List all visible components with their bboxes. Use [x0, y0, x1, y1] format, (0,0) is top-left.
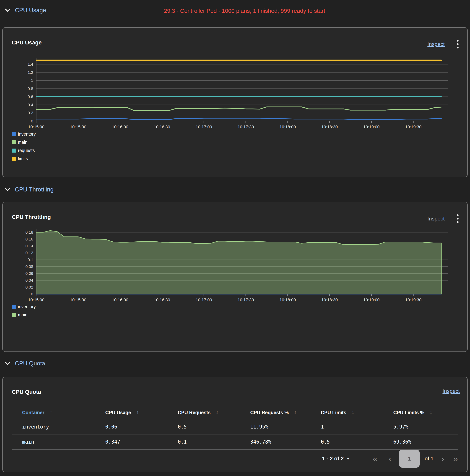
svg-text:1: 1 [31, 78, 33, 83]
svg-text:10:19:00: 10:19:00 [363, 298, 380, 302]
column-header-cpu-usage[interactable]: CPU Usage↕ [105, 409, 178, 416]
chevron-down-icon [5, 188, 10, 191]
legend-label: limits [18, 156, 28, 161]
sort-icon: ↕ [294, 409, 296, 416]
column-header-cpu-requests-[interactable]: CPU Requests %↕ [250, 409, 321, 416]
sort-icon: ↕ [430, 409, 433, 416]
prev-page-button[interactable]: ‹ [387, 454, 393, 463]
legend-item-inventory[interactable]: inventory [12, 132, 36, 137]
svg-text:1.4: 1.4 [28, 62, 33, 66]
cpu-throttling-legend: inventorymain [12, 304, 36, 318]
section-header-cpu-quota[interactable]: CPU Quota [5, 360, 45, 367]
svg-text:1.2: 1.2 [28, 70, 33, 75]
column-header-cpu-limits[interactable]: CPU Limits↕ [321, 409, 393, 416]
svg-text:0.18: 0.18 [25, 230, 33, 234]
column-header-label: CPU Usage [105, 410, 131, 415]
svg-text:0.08: 0.08 [25, 264, 33, 269]
section-header-cpu-usage[interactable]: CPU Usage [5, 7, 46, 14]
sort-ascending-icon: ↑ [50, 409, 52, 416]
svg-text:10:16:00: 10:16:00 [112, 124, 128, 129]
column-header-cpu-requests[interactable]: CPU Requests↕ [178, 409, 250, 416]
svg-text:0.04: 0.04 [25, 278, 33, 282]
svg-text:10:15:30: 10:15:30 [70, 298, 87, 302]
legend-item-main[interactable]: main [12, 140, 36, 145]
legend-label: requests [18, 148, 35, 153]
column-header-label: CPU Limits % [393, 410, 424, 415]
legend-swatch [12, 140, 16, 144]
pagination-range-dropdown[interactable]: 1 - 2 of 2 ▾ [322, 456, 349, 462]
annotation-text: 29.3 - Controller Pod - 1000 plans, 1 fi… [164, 8, 325, 14]
section-header-cpu-throttling[interactable]: CPU Throttling [5, 186, 53, 193]
column-header-container[interactable]: Container↑ [12, 409, 105, 416]
cpu-usage-chart[interactable]: 00.20.40.60.811.21.410:15:0010:15:3010:1… [12, 56, 458, 130]
table-cell: 346.78% [250, 439, 321, 445]
svg-text:0.6: 0.6 [28, 94, 33, 99]
svg-text:0: 0 [31, 119, 33, 123]
legend-item-limits[interactable]: limits [12, 156, 36, 161]
legend-swatch [12, 157, 16, 161]
legend-swatch [12, 313, 16, 317]
table-cell: 0.06 [105, 424, 178, 430]
cpu-throttling-chart[interactable]: 00.020.040.060.080.10.120.140.160.1810:1… [12, 227, 458, 304]
pagination-range-label: 1 - 2 of 2 [322, 456, 344, 462]
svg-text:0.2: 0.2 [28, 111, 33, 115]
section-title: CPU Throttling [15, 186, 53, 193]
panel-title: CPU Quota [12, 389, 41, 395]
svg-text:10:19:30: 10:19:30 [405, 124, 421, 129]
legend-item-main[interactable]: main [12, 312, 36, 318]
legend-item-requests[interactable]: requests [12, 148, 36, 153]
dashboard-page: CPU Usage 29.3 - Controller Pod - 1000 p… [0, 0, 470, 476]
legend-swatch [12, 149, 16, 153]
svg-text:10:15:00: 10:15:00 [28, 124, 44, 129]
svg-text:10:15:00: 10:15:00 [28, 298, 44, 302]
table-cell: 0.5 [321, 439, 393, 445]
svg-text:0.06: 0.06 [25, 271, 33, 275]
next-page-button[interactable]: › [440, 454, 445, 463]
cpu-usage-legend: inventorymainrequestslimits [12, 132, 36, 161]
pagination-bar: 1 - 2 of 2 ▾ « ‹ of 1 › » [322, 449, 459, 469]
svg-text:10:18:00: 10:18:00 [279, 124, 296, 129]
svg-text:0.1: 0.1 [28, 257, 33, 262]
svg-text:0.12: 0.12 [25, 251, 33, 255]
svg-text:10:18:30: 10:18:30 [321, 298, 338, 302]
panel-cpu-quota: CPU Quota Inspect Container↑CPU Usage↕CP… [2, 377, 468, 472]
column-header-cpu-limits-[interactable]: CPU Limits %↕ [393, 409, 458, 416]
panel-title: CPU Usage [12, 39, 42, 46]
svg-text:10:16:00: 10:16:00 [112, 298, 128, 302]
chevron-down-icon [5, 9, 10, 12]
table-cell: 0.1 [178, 439, 250, 445]
current-page-input[interactable] [399, 450, 420, 468]
table-cell: 11.95% [250, 424, 321, 430]
svg-text:0.16: 0.16 [25, 237, 33, 241]
svg-text:0.4: 0.4 [28, 102, 33, 107]
svg-text:10:16:30: 10:16:30 [154, 124, 170, 129]
table-cell: main [12, 439, 105, 445]
kebab-menu-button[interactable] [456, 213, 460, 224]
table-row: inventory0.060.511.95%15.97% [12, 419, 458, 434]
table-cell: 5.97% [393, 424, 458, 430]
kebab-menu-button[interactable] [456, 39, 460, 50]
sort-icon: ↕ [216, 409, 219, 416]
panel-cpu-throttling: CPU Throttling Inspect 00.020.040.060.08… [2, 202, 468, 352]
legend-swatch [12, 305, 16, 309]
inspect-link[interactable]: Inspect [427, 41, 445, 47]
table-cell: 0.5 [178, 424, 250, 430]
svg-text:0.02: 0.02 [25, 285, 33, 289]
svg-text:10:17:00: 10:17:00 [196, 124, 212, 129]
legend-item-inventory[interactable]: inventory [12, 304, 36, 309]
last-page-button[interactable]: » [452, 454, 459, 463]
first-page-button[interactable]: « [371, 454, 379, 463]
svg-text:10:19:30: 10:19:30 [405, 298, 421, 302]
svg-text:0.8: 0.8 [28, 86, 33, 91]
table-cell: 0.347 [105, 439, 178, 445]
legend-label: inventory [18, 304, 36, 309]
svg-text:10:17:00: 10:17:00 [196, 298, 212, 302]
column-header-label: CPU Requests [178, 410, 210, 415]
inspect-link[interactable]: Inspect [443, 388, 460, 394]
svg-text:10:18:00: 10:18:00 [279, 298, 296, 302]
table-cell: inventory [12, 424, 105, 430]
column-header-label: CPU Requests % [250, 410, 289, 415]
table-row: main0.3470.1346.78%0.569.36% [12, 434, 458, 449]
inspect-link[interactable]: Inspect [427, 216, 445, 222]
page-count-label: of 1 [425, 456, 434, 462]
